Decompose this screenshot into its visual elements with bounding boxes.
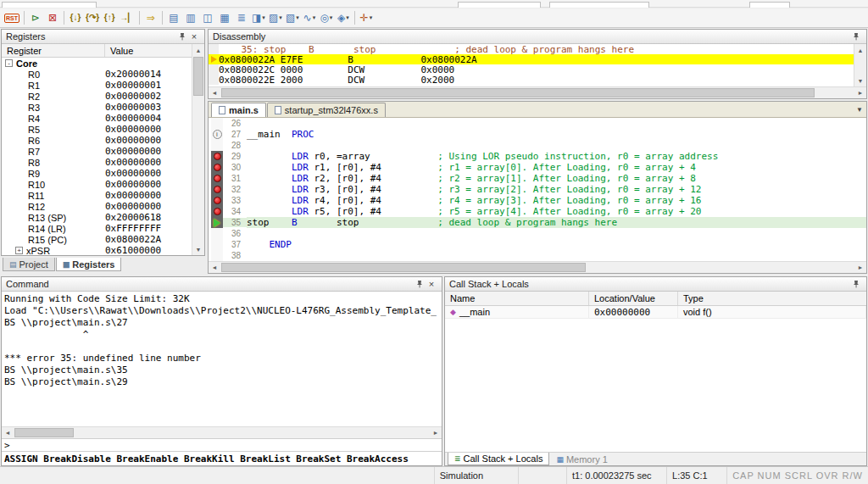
disassembly-line[interactable]: 35: stop B stop ; dead loop & program ha…	[209, 44, 854, 54]
editor-gutter-cell[interactable]	[211, 228, 223, 239]
register-value[interactable]: 0x00000000	[105, 201, 192, 212]
register-row-R10[interactable]: R100x00000000	[2, 179, 192, 190]
disassembly-vscrollbar[interactable]: ▲ ▼	[854, 44, 866, 86]
command-input[interactable]: >	[2, 438, 442, 451]
close-icon[interactable]: ×	[188, 31, 200, 42]
command-titlebar[interactable]: Command ×	[2, 277, 442, 292]
disassembly-line[interactable]: 0x0800022C 0000 DCW 0x0000	[209, 64, 854, 75]
register-row-R14LR[interactable]: R14 (LR)0xFFFFFFFF	[2, 223, 192, 234]
editor-line-26[interactable]: 26	[209, 118, 866, 129]
bottom-tab-memory-1[interactable]: ▦Memory 1	[550, 453, 613, 465]
editor-gutter-cell[interactable]	[211, 217, 223, 228]
register-value[interactable]: 0x00000004	[105, 113, 192, 124]
editor-line-30[interactable]: 30 LDR r1, [r0], #4 ; r1 = array[0]. Aft…	[209, 162, 866, 173]
editor-line-31[interactable]: 31 LDR r2, [r0], #4 ; r2 = array[1]. Aft…	[209, 173, 866, 184]
scrollbar-thumb[interactable]	[221, 88, 815, 97]
call-stack-window-button[interactable]: ≣	[233, 10, 250, 26]
editor-gutter-cell[interactable]	[211, 195, 223, 206]
editor-line-38[interactable]: 38	[209, 250, 866, 261]
register-row-R1[interactable]: R10x00000001	[2, 80, 192, 91]
pin-icon[interactable]	[850, 31, 862, 42]
register-row-R6[interactable]: R60x00000000	[2, 135, 192, 146]
scroll-left-icon[interactable]: ◄	[209, 262, 220, 273]
editor-gutter-cell[interactable]	[211, 140, 223, 151]
register-value[interactable]: 0x20000618	[105, 212, 192, 223]
editor-gutter-cell[interactable]	[211, 162, 223, 173]
scroll-left-icon[interactable]: ◄	[209, 87, 220, 98]
editor-line-35[interactable]: 35stop B stop ; dead loop & program hang…	[209, 217, 866, 228]
scroll-right-icon[interactable]: ►	[854, 262, 866, 273]
register-value[interactable]: 0x61000000	[105, 245, 192, 255]
editor-gutter-cell[interactable]	[211, 173, 223, 184]
register-row-R2[interactable]: R20x00000002	[2, 91, 192, 102]
disassembly-hscrollbar[interactable]: ◄ ►	[209, 86, 866, 98]
step-into-button[interactable]: {↓}	[67, 10, 84, 26]
callstack-row-__main[interactable]: ◆__main0x00000000void f()	[445, 306, 866, 319]
editor-gutter-cell[interactable]	[211, 118, 223, 129]
reset-button[interactable]: RST	[3, 10, 21, 26]
editor-tab-startup_stm32l476xx-s[interactable]: startup_stm32l476xx.s	[267, 103, 386, 117]
scrollbar-thumb[interactable]	[221, 263, 586, 272]
tree-expander-icon[interactable]: +	[15, 247, 23, 254]
scrollbar-thumb[interactable]	[14, 428, 74, 437]
stop-button[interactable]: ⊠	[44, 10, 61, 26]
register-value[interactable]: 0x00000000	[105, 124, 192, 135]
registers-scrollbar[interactable]: ▲ ▼	[192, 44, 204, 255]
memory-window-button[interactable]: ▨▾	[267, 10, 284, 26]
register-row-R7[interactable]: R70x00000000	[2, 146, 192, 157]
register-value[interactable]: 0x00000000	[105, 179, 192, 190]
register-row-R4[interactable]: R40x00000004	[2, 113, 192, 124]
editor-gutter-cell[interactable]	[211, 184, 223, 195]
callstack-titlebar[interactable]: Call Stack + Locals	[445, 277, 866, 292]
editor-line-32[interactable]: 32 LDR r3, [r0], #4 ; r3 = array[2]. Aft…	[209, 184, 866, 195]
register-row-R5[interactable]: R50x00000000	[2, 124, 192, 135]
editor-line-29[interactable]: 29 LDR r0, =array ; Using LOR pseudo ins…	[209, 151, 866, 162]
register-value[interactable]: 0x00000000	[105, 135, 192, 146]
registers-titlebar[interactable]: Registers ×	[2, 30, 204, 44]
register-row-xPSR[interactable]: +xPSR0x61000000	[2, 245, 192, 255]
registers-window-button[interactable]: ▦	[216, 10, 233, 26]
editor-line-36[interactable]: 36	[209, 228, 866, 239]
show-current-statement-button[interactable]: ⇒	[142, 10, 159, 26]
scrollbar-thumb[interactable]	[193, 57, 203, 96]
document-list-dropdown-icon[interactable]: ▼	[856, 106, 863, 114]
editor-gutter-cell[interactable]	[211, 206, 223, 217]
workspace-tab-project[interactable]: ▤Project	[3, 258, 55, 271]
pin-icon[interactable]	[414, 279, 426, 290]
editor-hscrollbar[interactable]: ◄ ►	[209, 261, 866, 273]
register-value[interactable]: 0x20000014	[105, 69, 192, 80]
pin-icon[interactable]	[176, 31, 188, 42]
tree-expander-icon[interactable]: -	[5, 59, 13, 67]
register-value[interactable]: 0x00000000	[105, 168, 192, 179]
run-to-cursor-button[interactable]: →▏	[118, 10, 136, 26]
workspace-tab-registers[interactable]: ▦Registers	[56, 258, 122, 271]
step-over-button[interactable]: {↷}	[84, 10, 101, 26]
run-button[interactable]: ⊳	[27, 10, 44, 26]
pin-icon[interactable]	[850, 279, 862, 290]
register-row-R8[interactable]: R80x00000000	[2, 157, 192, 168]
editor-gutter-cell[interactable]	[211, 250, 223, 261]
symbol-window-button[interactable]: ◫	[199, 10, 216, 26]
editor-gutter-cell[interactable]: i	[211, 129, 223, 140]
register-value[interactable]: 0x00000002	[105, 91, 192, 102]
editor-line-27[interactable]: i27__main PROC	[209, 129, 866, 140]
scroll-up-icon[interactable]: ▲	[854, 44, 866, 56]
register-value[interactable]: 0x0800022A	[105, 234, 192, 245]
scroll-up-icon[interactable]: ▲	[192, 44, 204, 56]
toolbox-button[interactable]: ✛▾	[358, 10, 375, 26]
bottom-tab-call-stack-locals[interactable]: ≣Call Stack + Locals	[448, 453, 549, 465]
register-row-Core[interactable]: -Core	[2, 58, 192, 69]
register-row-R9[interactable]: R90x00000000	[2, 168, 192, 179]
serial-window-button[interactable]: ▧▾	[284, 10, 301, 26]
step-out-button[interactable]: {↑}	[101, 10, 118, 26]
editor-line-34[interactable]: 34 LDR r5, [r0], #4 ; r5 = array[4]. Aft…	[209, 206, 866, 217]
system-viewer-button[interactable]: ◈▾	[335, 10, 352, 26]
editor-tab-main-s[interactable]: main.s	[211, 103, 266, 117]
command-window-button[interactable]: ▤	[165, 10, 182, 26]
scroll-down-icon[interactable]: ▼	[192, 243, 204, 255]
register-value[interactable]: 0x00000000	[105, 190, 192, 201]
register-row-R3[interactable]: R30x00000003	[2, 102, 192, 113]
register-value[interactable]: 0x00000000	[105, 146, 192, 157]
command-hscrollbar[interactable]: ◄ ►	[2, 426, 442, 438]
close-icon[interactable]: ×	[426, 279, 437, 290]
